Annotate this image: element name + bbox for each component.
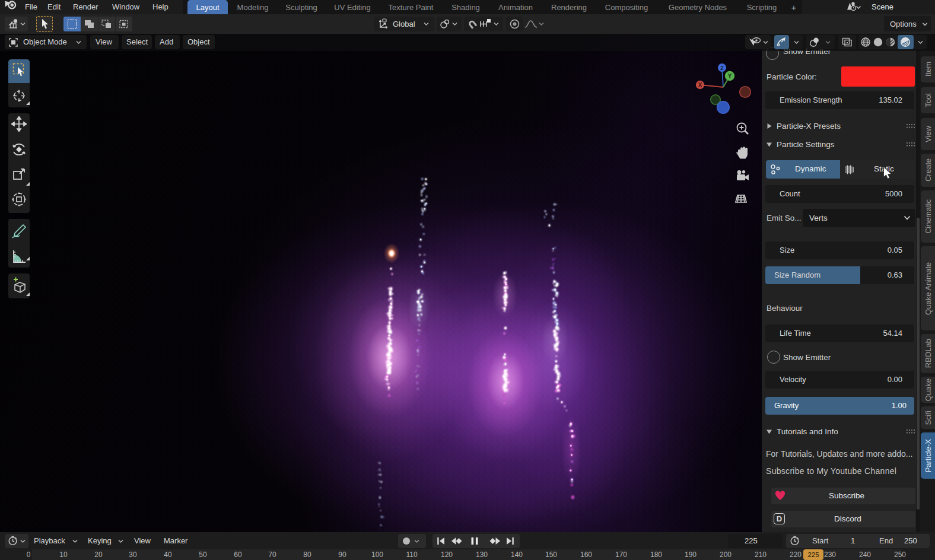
svg-text:Z: Z bbox=[720, 65, 724, 71]
svg-text:X: X bbox=[698, 82, 702, 88]
svg-text:Y: Y bbox=[728, 73, 732, 79]
